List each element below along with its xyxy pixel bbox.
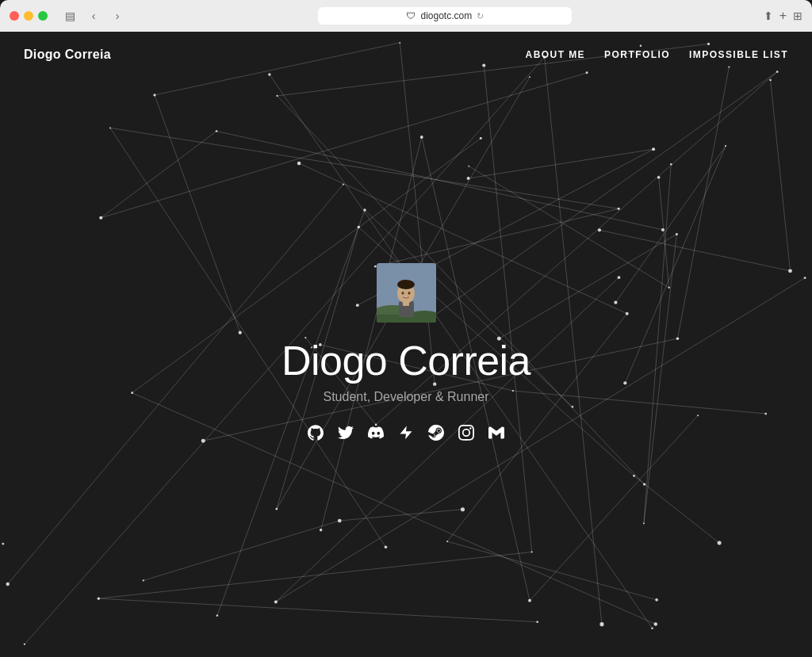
new-tab-icon[interactable]: + (779, 9, 787, 23)
tabs-icon[interactable]: ⊞ (793, 10, 802, 22)
github-icon[interactable] (306, 423, 325, 442)
nav-about-me[interactable]: ABOUT ME (526, 49, 586, 60)
url-text: diogotc.com (420, 10, 472, 21)
avatar-image (377, 262, 436, 322)
nav-portfolio[interactable]: PORTFOLIO (604, 49, 670, 60)
browser-right-controls: ⬆ + ⊞ (764, 9, 802, 23)
gmail-icon[interactable] (487, 423, 506, 442)
discord-icon[interactable] (366, 423, 385, 442)
twitter-icon[interactable] (336, 423, 355, 442)
svg-point-6 (397, 279, 415, 288)
back-button[interactable]: ‹ (84, 6, 103, 25)
navbar: Diogo Correia ABOUT ME PORTFOLIO IMPOSSI… (0, 32, 812, 78)
address-bar-wrapper: 🛡 diogotc.com ↻ (133, 7, 757, 25)
nav-impossible-list[interactable]: IMPOSSIBLE LIST (689, 49, 788, 60)
close-button[interactable] (10, 11, 19, 21)
browser-chrome: ▤ ‹ › 🛡 diogotc.com ↻ ⬆ + ⊞ (0, 0, 812, 32)
nav-links: ABOUT ME PORTFOLIO IMPOSSIBLE LIST (526, 49, 788, 60)
maximize-button[interactable] (38, 11, 48, 21)
browser-controls: ▤ ‹ › (60, 6, 127, 25)
svg-point-7 (401, 292, 404, 295)
codepen-icon[interactable] (396, 423, 416, 442)
hero-subtitle: Student, Developer & Runner (282, 390, 530, 404)
website-content: Diogo Correia ABOUT ME PORTFOLIO IMPOSSI… (0, 32, 812, 657)
svg-rect-9 (403, 301, 409, 305)
sidebar-toggle[interactable]: ▤ (60, 6, 79, 25)
forward-button[interactable]: › (108, 6, 127, 25)
hero-section: Diogo Correia Student, Developer & Runne… (282, 262, 530, 441)
minimize-button[interactable] (24, 11, 33, 21)
hero-name: Diogo Correia (282, 338, 530, 383)
address-bar[interactable]: 🛡 diogotc.com ↻ (318, 7, 572, 25)
steam-icon[interactable] (427, 423, 446, 442)
social-icons (282, 423, 530, 442)
avatar (377, 262, 436, 322)
svg-point-8 (408, 292, 410, 295)
traffic-lights (10, 11, 48, 21)
instagram-icon[interactable] (457, 423, 476, 442)
security-icon: 🛡 (406, 10, 416, 21)
nav-logo[interactable]: Diogo Correia (24, 48, 111, 62)
refresh-icon[interactable]: ↻ (477, 11, 484, 21)
share-icon[interactable]: ⬆ (764, 10, 773, 22)
